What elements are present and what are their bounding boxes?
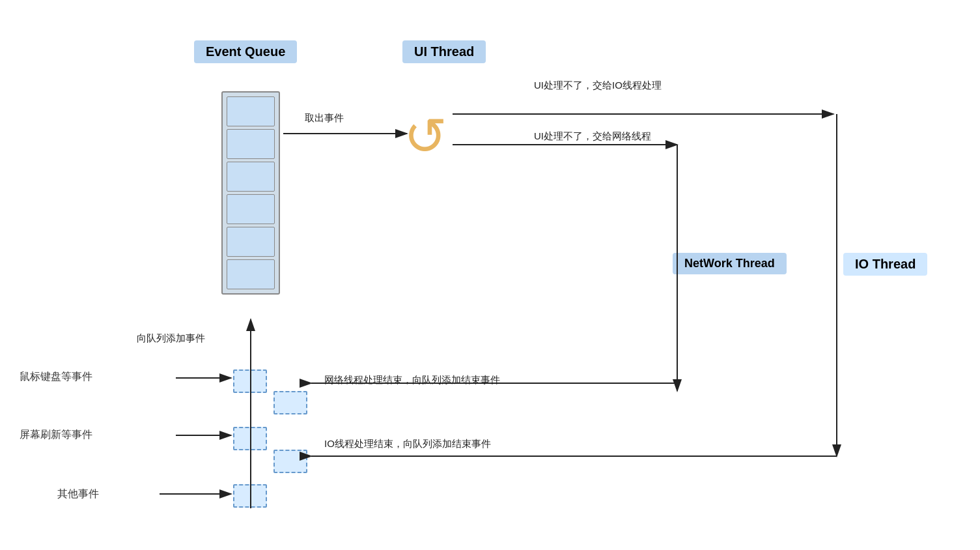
queue-item-4 xyxy=(227,194,275,224)
queue-item-3 xyxy=(227,162,275,192)
diagram-container: Event Queue UI Thread NetWork Thread IO … xyxy=(0,0,980,550)
queue-item-6 xyxy=(227,259,275,289)
mouse-keyboard-label: 鼠标键盘等事件 xyxy=(20,370,92,384)
event-queue-stack xyxy=(221,91,280,295)
other-events-label: 其他事件 xyxy=(57,487,99,501)
queue-item-2 xyxy=(227,129,275,159)
ui-to-network-label: UI处理不了，交给网络线程 xyxy=(534,130,651,143)
ui-thread-cycle-icon: ↻ xyxy=(404,111,447,163)
dashed-box-mouse xyxy=(233,369,267,393)
dashed-box-io-result xyxy=(273,450,307,473)
network-thread-label: NetWork Thread xyxy=(673,253,787,274)
io-done-label: IO线程处理结束，向队列添加结束事件 xyxy=(324,438,491,450)
add-events-label: 向队列添加事件 xyxy=(137,332,205,345)
dashed-box-network-result xyxy=(273,391,307,414)
network-done-label: 网络线程处理结束，向队列添加结束事件 xyxy=(324,374,500,386)
ui-to-io-label: UI处理不了，交给IO线程处理 xyxy=(534,80,662,92)
ui-thread-label: UI Thread xyxy=(402,40,486,63)
arrows-svg xyxy=(0,0,980,550)
event-queue-label: Event Queue xyxy=(194,40,297,63)
dashed-box-screen xyxy=(233,427,267,450)
queue-item-5 xyxy=(227,227,275,257)
screen-refresh-label: 屏幕刷新等事件 xyxy=(20,428,92,442)
io-thread-label: IO Thread xyxy=(843,253,927,276)
queue-item-1 xyxy=(227,96,275,126)
take-event-label: 取出事件 xyxy=(305,112,344,124)
dashed-box-other xyxy=(233,484,267,508)
